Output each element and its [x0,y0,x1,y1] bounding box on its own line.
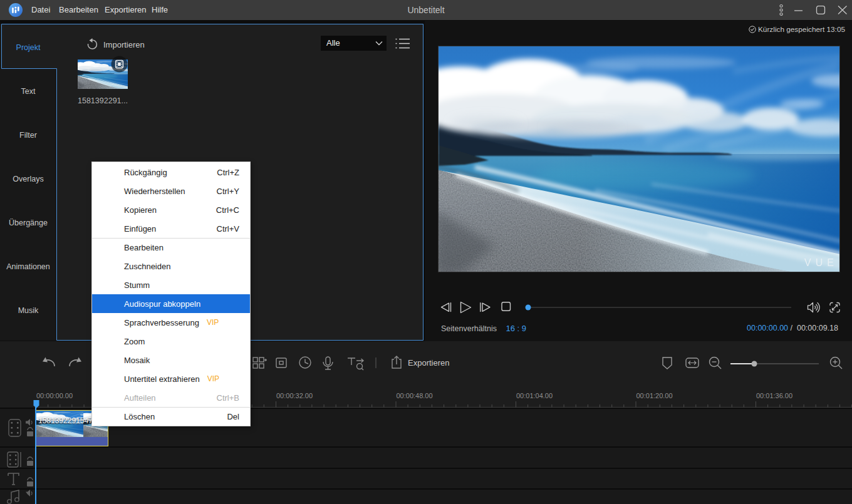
svg-text:00:01:36.00: 00:01:36.00 [756,392,792,399]
svg-text:00:00:00.00: 00:00:00.00 [36,392,73,399]
svg-text:00:00:32.00: 00:00:32.00 [276,392,313,399]
svg-text:00:01:04.00: 00:01:04.00 [516,392,553,399]
svg-text:Exportieren: Exportieren [408,358,449,368]
svg-text:00:01:20.00: 00:01:20.00 [636,392,673,399]
svg-text:00:00:48.00: 00:00:48.00 [397,392,433,399]
